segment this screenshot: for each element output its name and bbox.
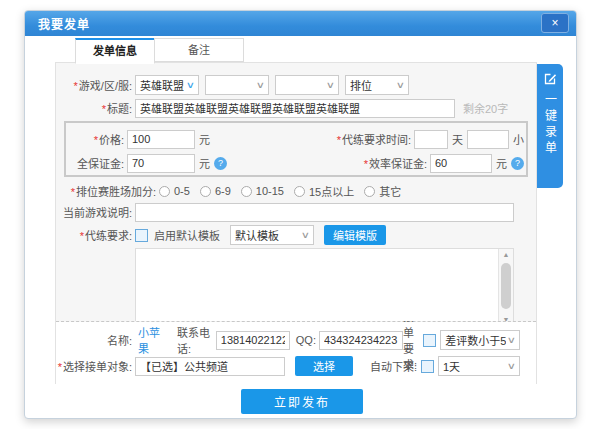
help-icon[interactable]: ? — [511, 157, 524, 170]
accept-req-select[interactable]: 差评数小于5 ∨ — [440, 330, 520, 350]
title-row: *标题: 剩余20字 — [56, 98, 536, 118]
scroll-down-icon[interactable]: ▼ — [499, 314, 513, 322]
game-row: *游戏/区/服: 英雄联盟 ∨ ∨ ∨ 排位 ∨ — [56, 75, 536, 95]
qq-label: QQ: — [296, 334, 316, 346]
required-marker: * — [74, 80, 78, 92]
edit-template-button[interactable]: 编辑模版 — [324, 225, 386, 245]
tab-remarks[interactable]: 备注 — [154, 38, 244, 62]
required-marker: * — [94, 134, 98, 146]
price-unit: 元 — [199, 131, 210, 147]
region-select[interactable]: ∨ — [205, 75, 269, 95]
required-marker: * — [80, 230, 84, 242]
chevron-down-icon: ∨ — [396, 80, 405, 90]
required-marker: * — [58, 361, 62, 373]
time-label: 代练要求时间: — [342, 134, 411, 146]
game-note-label: 当前游戏说明: — [56, 204, 132, 220]
one-key-record-button[interactable]: 一键录单 — [537, 64, 563, 188]
template-row: *代练要求: 启用默认模板 默认模板 ∨ 编辑模版 — [56, 225, 536, 245]
eff-deposit-input[interactable] — [430, 154, 492, 173]
time-hours-input[interactable] — [467, 130, 509, 149]
chevron-down-icon: ∨ — [507, 361, 516, 371]
scrollbar[interactable]: ▲ ▼ — [498, 249, 513, 322]
contact-name-link[interactable]: 小苹果 — [138, 324, 163, 356]
template-select[interactable]: 默认模板 ∨ — [230, 225, 314, 245]
eff-deposit-label: 效率保证金: — [369, 158, 427, 170]
scroll-up-icon[interactable]: ▲ — [499, 249, 513, 261]
form-panel: *游戏/区/服: 英雄联盟 ∨ ∨ ∨ 排位 ∨ — [55, 62, 537, 384]
scrollbar-thumb[interactable] — [501, 263, 511, 309]
title-label: 标题: — [107, 103, 132, 115]
publish-now-button[interactable]: 立即发布 — [241, 389, 363, 414]
safe-deposit-label: 全保证金: — [68, 155, 124, 171]
description-area: ▲ ▼ — [135, 248, 514, 322]
hours-unit: 小 — [513, 131, 524, 147]
deposit-row: 全保证金: 元 ? *效率保证金: 元 ? — [68, 151, 524, 175]
close-icon[interactable]: × — [541, 13, 569, 33]
eff-deposit-unit: 元 — [496, 155, 507, 171]
tab-bar: 发单信息 备注 — [75, 38, 244, 64]
radio-15-plus[interactable] — [294, 186, 305, 197]
chevron-down-icon: ∨ — [256, 80, 265, 90]
radio-6-9[interactable] — [200, 186, 211, 197]
time-days-input[interactable] — [414, 130, 448, 149]
required-marker: * — [364, 158, 368, 170]
chevron-down-icon: ∨ — [186, 80, 195, 90]
chevron-down-icon: ∨ — [326, 80, 335, 90]
server-select[interactable]: ∨ — [275, 75, 339, 95]
tab-order-info[interactable]: 发单信息 — [75, 38, 155, 64]
required-marker: * — [71, 186, 75, 198]
game-select[interactable]: 英雄联盟 ∨ — [135, 75, 199, 95]
auto-delist-label: 自动下架: — [370, 358, 417, 374]
qq-input[interactable] — [319, 331, 403, 350]
price-deposit-box: *价格: 元 *代练要求时间: 天 小 全保证金: — [64, 121, 528, 177]
target-label: 选择接单对象: — [63, 361, 132, 373]
choose-target-button[interactable]: 选择 — [295, 356, 353, 376]
radio-0-5[interactable] — [159, 186, 170, 197]
edit-icon — [543, 72, 557, 86]
phone-label: 联系电话: — [177, 324, 213, 356]
form-section: *游戏/区/服: 英雄联盟 ∨ ∨ ∨ 排位 ∨ — [56, 63, 536, 322]
safe-deposit-input[interactable] — [127, 154, 195, 173]
price-label: 价格: — [99, 134, 124, 146]
rank-bonus-row: *排位赛胜场加分: 0-5 6-9 10-15 15点以上 其它 — [56, 183, 536, 199]
game-note-input[interactable] — [135, 203, 514, 222]
chars-remaining: 剩余20字 — [463, 100, 508, 116]
default-template-checkbox[interactable] — [135, 229, 148, 242]
game-note-row: 当前游戏说明: — [56, 202, 536, 222]
radio-other[interactable] — [364, 186, 375, 197]
safe-deposit-unit: 元 — [199, 155, 210, 171]
description-textarea[interactable] — [136, 249, 513, 322]
price-time-row: *价格: 元 *代练要求时间: 天 小 — [68, 127, 524, 151]
required-marker: * — [337, 134, 341, 146]
target-input[interactable] — [135, 357, 285, 376]
price-input[interactable] — [127, 130, 195, 149]
mode-select[interactable]: 排位 ∨ — [345, 75, 409, 95]
target-row: *选择接单对象: 选择 自动下架: 1天 ∨ — [56, 356, 536, 376]
days-unit: 天 — [452, 131, 463, 147]
chevron-down-icon: ∨ — [507, 335, 516, 345]
chevron-down-icon: ∨ — [301, 230, 310, 240]
contact-row: 名称: 小苹果 联系电话: QQ: 接单要求: 差评数小于5 ∨ — [56, 330, 536, 350]
radio-10-15[interactable] — [241, 186, 252, 197]
help-icon[interactable]: ? — [214, 157, 227, 170]
title-input[interactable] — [135, 99, 455, 118]
auto-delist-checkbox[interactable] — [421, 360, 434, 373]
template-label: 代练要求: — [85, 230, 132, 242]
game-label: 游戏/区/服: — [79, 80, 132, 92]
name-label: 名称: — [56, 332, 132, 348]
rank-bonus-label: 排位赛胜场加分: — [76, 186, 156, 198]
contact-section: 名称: 小苹果 联系电话: QQ: 接单要求: 差评数小于5 ∨ — [56, 322, 536, 384]
required-marker: * — [102, 103, 106, 115]
one-key-record-label: 一键录单 — [542, 93, 559, 157]
dialog-title: 我要发单 — [38, 15, 90, 32]
accept-req-checkbox[interactable] — [423, 334, 436, 347]
auto-delist-select[interactable]: 1天 ∨ — [438, 356, 520, 376]
post-order-dialog: 我要发单 × 发单信息 备注 一键录单 *游戏/区/服: 英雄联盟 ∨ ∨ — [24, 10, 577, 419]
default-template-checkbox-label: 启用默认模板 — [154, 227, 220, 243]
dialog-titlebar: 我要发单 × — [25, 11, 576, 36]
phone-input[interactable] — [216, 331, 290, 350]
